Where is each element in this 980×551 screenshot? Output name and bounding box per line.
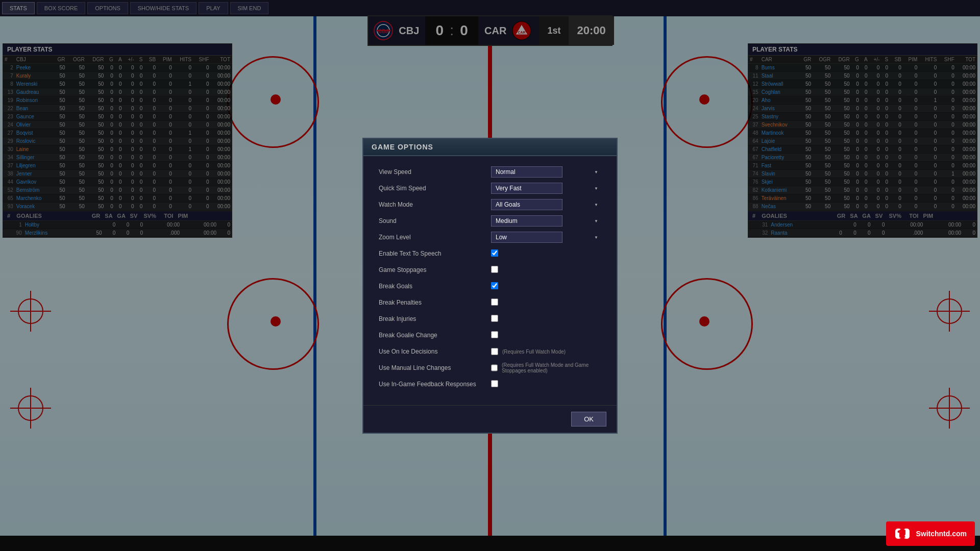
break-injuries-row: Break Injuries bbox=[379, 313, 601, 324]
tts-checkbox[interactable] bbox=[491, 249, 498, 257]
watch-mode-control[interactable]: All Goals Full Watch bbox=[491, 199, 601, 210]
break-penalties-row: Break Penalties bbox=[379, 297, 601, 308]
zoom-label: Zoom Level bbox=[379, 234, 491, 241]
modal-body: View Speed Slow Normal Fast Quick Sim Sp… bbox=[363, 156, 617, 405]
stoppages-checkbox[interactable] bbox=[491, 266, 498, 273]
break-penalties-control[interactable] bbox=[491, 298, 601, 307]
break-goals-label: Break Goals bbox=[379, 283, 491, 290]
feedback-label: Use In-Game Feedback Responses bbox=[379, 381, 491, 388]
stoppages-label: Game Stoppages bbox=[379, 266, 491, 273]
break-goals-checkbox[interactable] bbox=[491, 282, 498, 289]
zoom-row: Zoom Level Low Medium High bbox=[379, 232, 601, 243]
break-goals-row: Break Goals bbox=[379, 281, 601, 292]
manual-lines-row: Use Manual Line Changes (Requires Full W… bbox=[379, 362, 601, 373]
nintendo-badge: Switchntd.com bbox=[886, 521, 975, 546]
onice-row: Use On Ice Decisions (Requires Full Watc… bbox=[379, 346, 601, 357]
break-goals-control[interactable] bbox=[491, 282, 601, 291]
onice-checkbox[interactable] bbox=[491, 348, 498, 355]
break-injuries-control[interactable] bbox=[491, 315, 601, 323]
break-penalties-checkbox[interactable] bbox=[491, 298, 498, 306]
svg-point-10 bbox=[898, 531, 900, 533]
sound-row: Sound Off Low Medium High bbox=[379, 215, 601, 227]
tts-control[interactable] bbox=[491, 249, 601, 258]
svg-point-11 bbox=[905, 535, 908, 537]
svg-rect-9 bbox=[899, 530, 905, 538]
sound-select[interactable]: Off Low Medium High bbox=[491, 215, 562, 227]
feedback-row: Use In-Game Feedback Responses bbox=[379, 379, 601, 390]
feedback-checkbox[interactable] bbox=[491, 380, 498, 387]
manual-lines-control: (Requires Full Watch Mode and Game Stopp… bbox=[491, 362, 601, 373]
modal-footer: OK bbox=[363, 405, 617, 433]
sound-control[interactable]: Off Low Medium High bbox=[491, 215, 601, 227]
modal-title: GAME OPTIONS bbox=[363, 139, 617, 156]
manual-lines-note: (Requires Full Watch Mode and Game Stopp… bbox=[502, 362, 601, 373]
break-injuries-checkbox[interactable] bbox=[491, 315, 498, 322]
quick-sim-row: Quick Sim Speed Slow Normal Fast Very Fa… bbox=[379, 183, 601, 194]
manual-lines-checkbox[interactable] bbox=[491, 364, 498, 371]
view-speed-label: View Speed bbox=[379, 168, 491, 176]
quick-sim-control[interactable]: Slow Normal Fast Very Fast bbox=[491, 183, 601, 194]
nintendo-switch-icon bbox=[894, 525, 911, 542]
break-goalie-row: Break Goalie Change bbox=[379, 330, 601, 341]
onice-note: (Requires Full Watch Mode) bbox=[502, 349, 566, 355]
break-goalie-control[interactable] bbox=[491, 331, 601, 340]
watch-mode-select[interactable]: All Goals Full Watch bbox=[491, 199, 562, 210]
onice-label: Use On Ice Decisions bbox=[379, 348, 491, 355]
nintendo-text: Switchntd.com bbox=[916, 530, 967, 538]
quick-sim-select[interactable]: Slow Normal Fast Very Fast bbox=[491, 183, 562, 194]
tts-row: Enable Text To Speech bbox=[379, 248, 601, 259]
watch-mode-row: Watch Mode All Goals Full Watch bbox=[379, 199, 601, 210]
view-speed-control[interactable]: Slow Normal Fast bbox=[491, 166, 601, 178]
view-speed-row: View Speed Slow Normal Fast bbox=[379, 166, 601, 178]
break-injuries-label: Break Injuries bbox=[379, 315, 491, 322]
break-goalie-label: Break Goalie Change bbox=[379, 332, 491, 339]
game-options-dialog: GAME OPTIONS View Speed Slow Normal Fast… bbox=[362, 138, 618, 434]
manual-lines-label: Use Manual Line Changes bbox=[379, 364, 491, 371]
feedback-control[interactable] bbox=[491, 380, 601, 389]
break-goalie-checkbox[interactable] bbox=[491, 331, 498, 338]
watch-mode-label: Watch Mode bbox=[379, 201, 491, 208]
tts-label: Enable Text To Speech bbox=[379, 250, 491, 257]
sound-label: Sound bbox=[379, 217, 491, 224]
view-speed-select[interactable]: Slow Normal Fast bbox=[491, 166, 562, 178]
zoom-control[interactable]: Low Medium High bbox=[491, 232, 601, 243]
modal-overlay: GAME OPTIONS View Speed Slow Normal Fast… bbox=[0, 0, 980, 551]
stoppages-control[interactable] bbox=[491, 266, 601, 274]
zoom-select[interactable]: Low Medium High bbox=[491, 232, 562, 243]
ok-button[interactable]: OK bbox=[571, 412, 606, 427]
break-penalties-label: Break Penalties bbox=[379, 299, 491, 306]
onice-control: (Requires Full Watch Mode) bbox=[491, 348, 601, 355]
stoppages-row: Game Stoppages bbox=[379, 264, 601, 276]
quick-sim-label: Quick Sim Speed bbox=[379, 185, 491, 192]
